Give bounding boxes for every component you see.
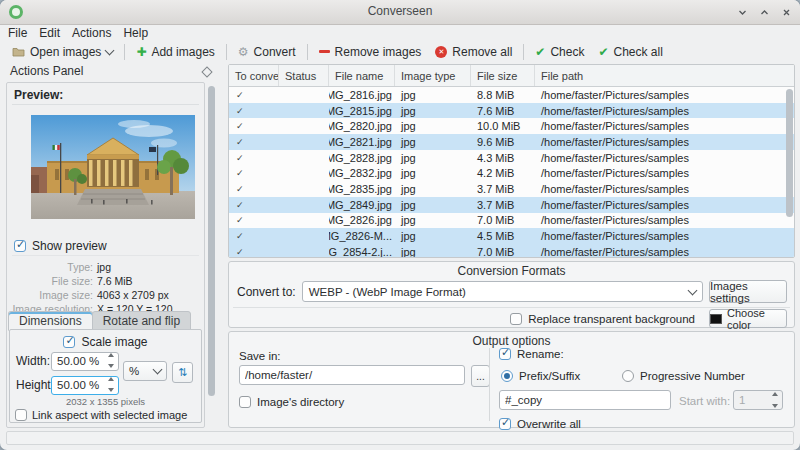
cell-status <box>279 197 329 213</box>
row-check-icon[interactable]: ✓ <box>229 197 279 213</box>
replace-transparent-checkbox[interactable]: ✓ <box>510 313 522 325</box>
table-row[interactable]: ✓ IMG_2826-M... jpg 4.5 MiB /home/faster… <box>229 228 794 244</box>
show-preview-checkbox[interactable]: ✓ <box>14 240 26 252</box>
scale-image-checkbox[interactable]: ✓ <box>63 336 75 348</box>
file-size-label: File size: <box>7 275 93 287</box>
dock-float-icon[interactable] <box>201 66 212 77</box>
close-icon <box>781 7 792 18</box>
header-file-name[interactable]: File name <box>329 65 395 86</box>
menu-actions[interactable]: Actions <box>72 26 111 40</box>
open-images-button[interactable]: Open images <box>5 43 120 61</box>
header-image-type[interactable]: Image type <box>395 65 471 86</box>
rename-pattern-input[interactable] <box>499 390 671 410</box>
close-button[interactable] <box>778 4 794 20</box>
browse-button[interactable]: ... <box>471 365 490 387</box>
convert-button[interactable]: ⚙ Convert <box>231 43 303 61</box>
remove-images-button[interactable]: Remove images <box>312 43 429 61</box>
progressive-number-radio[interactable] <box>622 370 634 382</box>
menu-edit[interactable]: Edit <box>39 26 60 40</box>
format-combobox[interactable]: WEBP - (WebP Image Format) <box>302 281 703 302</box>
prefix-suffix-radio[interactable] <box>501 370 513 382</box>
file-table-body: ✓ IMG_2816.jpg jpg 8.8 MiB /home/faster/… <box>229 87 794 258</box>
menubar: File Edit Actions Help <box>0 25 800 40</box>
maximize-button[interactable] <box>756 4 772 20</box>
scrollbar-thumb[interactable] <box>786 89 793 217</box>
cell-file-size: 4.2 MiB <box>471 165 535 181</box>
image-size-value: 4063 x 2709 px <box>97 289 169 301</box>
result-pixels: 2032 x 1355 pixels <box>10 396 201 407</box>
table-row[interactable]: ✓ IMG_2849.jpg jpg 3.7 MiB /home/faster/… <box>229 197 794 213</box>
unit-combobox[interactable]: % <box>123 361 167 381</box>
divider <box>12 255 199 256</box>
minimize-button[interactable] <box>734 4 750 20</box>
row-check-icon[interactable]: ✓ <box>229 244 279 258</box>
rename-checkbox[interactable]: ✓ <box>499 348 511 360</box>
cell-file-size: 4.3 MiB <box>471 150 535 166</box>
type-label: Type: <box>7 261 93 273</box>
table-row[interactable]: ✓ IMG_2815.jpg jpg 7.6 MiB /home/faster/… <box>229 103 794 119</box>
row-check-icon[interactable]: ✓ <box>229 118 279 134</box>
spinner-arrows-icon[interactable] <box>106 377 116 392</box>
header-file-path[interactable]: File path <box>535 65 794 86</box>
chevron-down-icon <box>737 7 748 18</box>
table-row[interactable]: ✓ IMG_2832.jpg jpg 4.2 MiB /home/faster/… <box>229 165 794 181</box>
color-swatch <box>710 314 722 324</box>
images-directory-checkbox[interactable]: ✓ <box>239 396 251 408</box>
table-row[interactable]: ✓ IMG_2826.jpg jpg 7.0 MiB /home/faster/… <box>229 213 794 229</box>
header-to-convert[interactable]: To convert <box>229 65 279 86</box>
file-size-value: 7.6 MiB <box>97 275 133 287</box>
row-check-icon[interactable]: ✓ <box>229 181 279 197</box>
type-value: jpg <box>97 261 111 273</box>
divider <box>489 348 490 421</box>
table-row[interactable]: ✓ IMG_2854-2.j... jpg 7.0 MiB /home/fast… <box>229 244 794 258</box>
cell-file-size: 9.6 MiB <box>471 134 535 150</box>
spinner-arrows-icon[interactable] <box>106 353 116 368</box>
cell-file-path: /home/faster/Pictures/samples <box>535 228 794 244</box>
start-with-spinner <box>733 390 783 410</box>
toolbar-separator <box>124 44 125 60</box>
tab-rotate-and-flip[interactable]: Rotate and flip <box>92 311 191 331</box>
table-row[interactable]: ✓ IMG_2820.jpg jpg 10.0 MiB /home/faster… <box>229 118 794 134</box>
cell-status <box>279 118 329 134</box>
width-spinner[interactable] <box>51 351 119 370</box>
row-check-icon[interactable]: ✓ <box>229 228 279 244</box>
link-aspect-checkbox[interactable]: ✓ <box>15 409 27 421</box>
cell-file-path: /home/faster/Pictures/samples <box>535 165 794 181</box>
row-check-icon[interactable]: ✓ <box>229 134 279 150</box>
menu-file[interactable]: File <box>8 26 27 40</box>
table-row[interactable]: ✓ IMG_2821.jpg jpg 9.6 MiB /home/faster/… <box>229 134 794 150</box>
table-scrollbar[interactable] <box>786 87 793 255</box>
remove-all-button[interactable]: ✕ Remove all <box>428 43 519 61</box>
preview-heading: Preview: <box>14 88 63 102</box>
header-file-size[interactable]: File size <box>471 65 535 86</box>
row-check-icon[interactable]: ✓ <box>229 87 279 103</box>
row-check-icon[interactable]: ✓ <box>229 213 279 229</box>
scrollbar-thumb[interactable] <box>208 86 215 396</box>
chevron-down-icon <box>105 45 115 55</box>
width-label: Width: <box>16 354 50 368</box>
menu-help[interactable]: Help <box>123 26 148 40</box>
check-all-button[interactable]: ✔ Check all <box>591 43 669 61</box>
cell-status <box>279 228 329 244</box>
swap-icon: ⇅ <box>178 367 187 379</box>
images-settings-button[interactable]: Images settings <box>709 280 787 303</box>
cell-image-type: jpg <box>395 134 471 150</box>
table-row[interactable]: ✓ IMG_2816.jpg jpg 8.8 MiB /home/faster/… <box>229 87 794 103</box>
table-row[interactable]: ✓ IMG_2835.jpg jpg 3.7 MiB /home/faster/… <box>229 181 794 197</box>
add-images-button[interactable]: ✚ Add images <box>129 43 221 61</box>
row-check-icon[interactable]: ✓ <box>229 165 279 181</box>
tab-dimensions[interactable]: Dimensions <box>8 311 93 331</box>
overwrite-all-checkbox[interactable]: ✓ <box>499 418 511 430</box>
check-button[interactable]: ✔ Check <box>528 43 591 61</box>
save-in-input[interactable] <box>239 365 465 385</box>
table-row[interactable]: ✓ IMG_2828.jpg jpg 4.3 MiB /home/faster/… <box>229 150 794 166</box>
show-preview-label: Show preview <box>32 239 107 253</box>
start-with-label: Start with: <box>679 395 730 407</box>
dock-scrollbar[interactable] <box>208 84 215 424</box>
height-spinner[interactable] <box>51 375 119 394</box>
row-check-icon[interactable]: ✓ <box>229 103 279 119</box>
swap-dimensions-button[interactable]: ⇅ <box>172 362 193 383</box>
choose-color-button[interactable]: Choose color <box>709 309 787 328</box>
header-status[interactable]: Status <box>279 65 329 86</box>
row-check-icon[interactable]: ✓ <box>229 150 279 166</box>
